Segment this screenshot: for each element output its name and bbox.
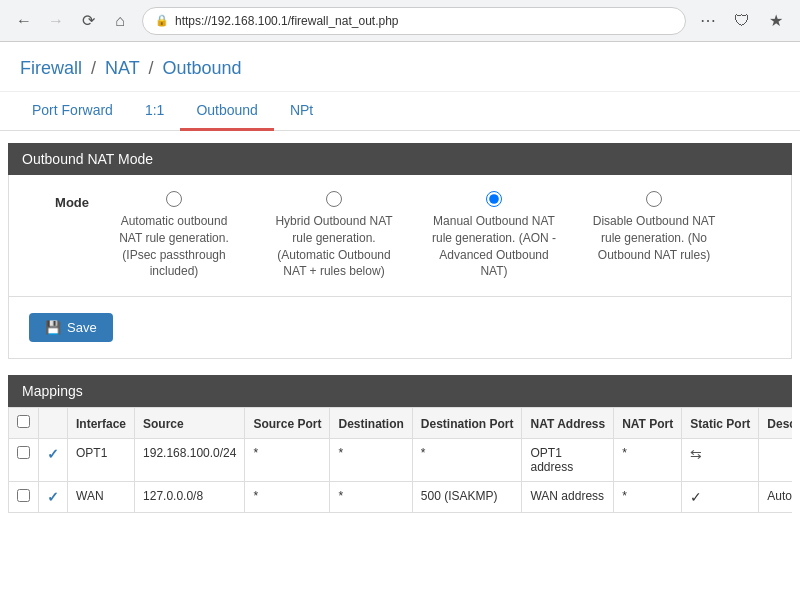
row1-interface: OPT1 — [68, 439, 135, 482]
row2-source: 127.0.0.0/8 — [135, 482, 245, 513]
row2-destination: * — [330, 482, 412, 513]
mode-option-manual: Manual Outbound NAT rule generation. (AO… — [429, 191, 559, 280]
row2-checkbox-cell — [9, 482, 39, 513]
row1-destination-port: * — [412, 439, 522, 482]
tab-port-forward[interactable]: Port Forward — [16, 92, 129, 131]
col-header-destination-port: Destination Port — [412, 408, 522, 439]
mode-option-disable: Disable Outbound NAT rule generation. (N… — [589, 191, 719, 280]
row2-destination-port: 500 (ISAKMP) — [412, 482, 522, 513]
url-text: https://192.168.100.1/firewall_nat_out.p… — [175, 14, 399, 28]
col-header-description: Description — [759, 408, 792, 439]
col-header-enabled — [39, 408, 68, 439]
mappings-section: Mappings Interface Source Source Port — [8, 375, 792, 513]
row2-checkbox[interactable] — [17, 489, 30, 502]
breadcrumb-sep-2: / — [148, 58, 158, 78]
shield-button[interactable]: 🛡 — [728, 7, 756, 35]
breadcrumb-nat[interactable]: NAT — [105, 58, 139, 78]
col-header-source: Source — [135, 408, 245, 439]
col-header-static-port: Static Port — [682, 408, 759, 439]
outbound-nat-section-title: Outbound NAT Mode — [22, 151, 153, 167]
checkmark-icon: ✓ — [690, 489, 702, 505]
mode-label-manual: Manual Outbound NAT rule generation. (AO… — [429, 213, 559, 280]
tab-outbound[interactable]: Outbound — [180, 92, 274, 131]
row1-source: 192.168.100.0/24 — [135, 439, 245, 482]
shuffle-icon: ⇆ — [690, 446, 702, 462]
row1-nat-port: * — [614, 439, 682, 482]
browser-chrome: ← → ⟳ ⌂ 🔒 https://192.168.100.1/firewall… — [0, 0, 800, 42]
breadcrumb: Firewall / NAT / Outbound — [0, 42, 800, 92]
table-header-row: Interface Source Source Port Destination… — [9, 408, 793, 439]
browser-actions: ⋯ 🛡 ★ — [694, 7, 790, 35]
main-container: Outbound NAT Mode Mode Automatic outboun… — [0, 143, 800, 521]
mappings-section-header: Mappings — [8, 375, 792, 407]
save-label: Save — [67, 320, 97, 335]
breadcrumb-sep-1: / — [91, 58, 101, 78]
col-header-source-port: Source Port — [245, 408, 330, 439]
row2-enabled-icon: ✓ — [47, 489, 59, 505]
row1-enabled-cell: ✓ — [39, 439, 68, 482]
mode-row: Mode Automatic outbound NAT rule generat… — [29, 191, 771, 280]
mode-radio-hybrid[interactable] — [326, 191, 342, 207]
mode-radio-manual[interactable] — [486, 191, 502, 207]
nav-buttons: ← → ⟳ ⌂ — [10, 7, 134, 35]
mode-radio-disable[interactable] — [646, 191, 662, 207]
row1-source-port: * — [245, 439, 330, 482]
mode-option-hybrid: Hybrid Outbound NAT rule generation. (Au… — [269, 191, 399, 280]
col-header-checkbox — [9, 408, 39, 439]
breadcrumb-firewall[interactable]: Firewall — [20, 58, 82, 78]
table-wrapper: Interface Source Source Port Destination… — [8, 407, 792, 513]
row2-nat-address: WAN address — [522, 482, 614, 513]
row2-enabled-cell: ✓ — [39, 482, 68, 513]
row2-source-port: * — [245, 482, 330, 513]
col-header-nat-port: NAT Port — [614, 408, 682, 439]
home-button[interactable]: ⌂ — [106, 7, 134, 35]
table-row: ✓ OPT1 192.168.100.0/24 * * * OPT1 addre… — [9, 439, 793, 482]
select-all-checkbox[interactable] — [17, 415, 30, 428]
row1-description — [759, 439, 792, 482]
row2-nat-port: * — [614, 482, 682, 513]
col-header-destination: Destination — [330, 408, 412, 439]
row2-description: Auto crea — [759, 482, 792, 513]
mode-radio-automatic[interactable] — [166, 191, 182, 207]
mode-label-automatic: Automatic outbound NAT rule generation. … — [109, 213, 239, 280]
row1-checkbox[interactable] — [17, 446, 30, 459]
col-header-nat-address: NAT Address — [522, 408, 614, 439]
table-row: ✓ WAN 127.0.0.0/8 * * 500 (ISAKMP) WAN a… — [9, 482, 793, 513]
save-button[interactable]: 💾 Save — [29, 313, 113, 342]
mode-option-automatic: Automatic outbound NAT rule generation. … — [109, 191, 239, 280]
mode-options: Automatic outbound NAT rule generation. … — [109, 191, 719, 280]
row1-destination: * — [330, 439, 412, 482]
save-icon: 💾 — [45, 320, 61, 335]
more-button[interactable]: ⋯ — [694, 7, 722, 35]
back-button[interactable]: ← — [10, 7, 38, 35]
mode-label-hybrid: Hybrid Outbound NAT rule generation. (Au… — [269, 213, 399, 280]
row1-static-port: ⇆ — [682, 439, 759, 482]
row2-interface: WAN — [68, 482, 135, 513]
row1-checkbox-cell — [9, 439, 39, 482]
row2-static-port: ✓ — [682, 482, 759, 513]
tab-one-to-one[interactable]: 1:1 — [129, 92, 180, 131]
row1-enabled-icon: ✓ — [47, 446, 59, 462]
breadcrumb-current: Outbound — [162, 58, 241, 78]
bookmark-button[interactable]: ★ — [762, 7, 790, 35]
mode-section: Mode Automatic outbound NAT rule generat… — [8, 175, 792, 297]
lock-icon: 🔒 — [155, 14, 169, 27]
page-content: Firewall / NAT / Outbound Port Forward 1… — [0, 42, 800, 521]
row1-nat-address: OPT1 address — [522, 439, 614, 482]
address-bar[interactable]: 🔒 https://192.168.100.1/firewall_nat_out… — [142, 7, 686, 35]
save-section: 💾 Save — [8, 297, 792, 359]
tabs: Port Forward 1:1 Outbound NPt — [0, 92, 800, 131]
mappings-table: Interface Source Source Port Destination… — [8, 407, 792, 513]
outbound-nat-section-header: Outbound NAT Mode — [8, 143, 792, 175]
tab-npt[interactable]: NPt — [274, 92, 329, 131]
reload-button[interactable]: ⟳ — [74, 7, 102, 35]
col-header-interface: Interface — [68, 408, 135, 439]
forward-button[interactable]: → — [42, 7, 70, 35]
mappings-title: Mappings — [22, 383, 83, 399]
mode-label-disable: Disable Outbound NAT rule generation. (N… — [589, 213, 719, 263]
mode-label: Mode — [29, 191, 89, 210]
